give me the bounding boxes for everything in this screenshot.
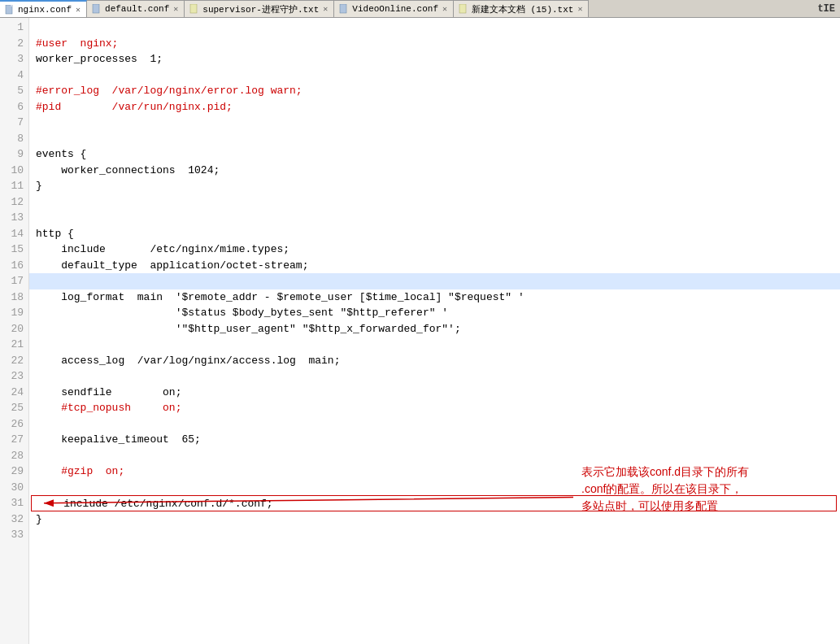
line-number: 20 [0,321,28,337]
tab-videoonline-conf[interactable]: VideoOnline.conf ✕ [334,0,454,17]
code-line [29,337,840,353]
line-number: 25 [0,400,28,416]
file-icon [459,4,468,14]
code-line [29,416,840,433]
line-number: 6 [0,99,28,115]
code-line: keepalive_timeout 65; [29,432,840,448]
file-icon [92,4,102,14]
code-line: #error_log /var/log/nginx/error.log warn… [29,83,840,99]
tab-label: default.conf [105,4,169,14]
code-line: #user nginx; [29,36,840,52]
code-line: http { [29,226,840,242]
code-line: include /etc/nginx/conf.d/*.conf; [31,495,837,511]
tab-close-button[interactable]: ✕ [442,4,448,14]
line-number: 5 [0,83,28,99]
code-line [29,480,840,496]
tab-default-conf[interactable]: default.conf ✕ [87,0,185,17]
tab-label: supervisor-进程守护.txt [202,3,319,15]
code-line: events { [29,146,840,163]
line-numbers: 1234567891011121314151617181920212223242… [0,18,29,644]
line-number: 11 [0,178,28,194]
tab-label: nginx.conf [18,5,72,15]
line-number: 23 [0,368,28,385]
line-number: 7 [0,115,28,131]
line-number: 21 [0,337,28,353]
code-line: default_type application/octet-stream; [29,258,840,274]
line-number: 30 [0,480,28,496]
code-line [29,210,840,226]
svg-rect-2 [93,4,99,13]
tab-close-button[interactable]: ✕ [75,5,81,15]
svg-rect-1 [11,5,12,7]
line-number: 26 [0,416,28,433]
line-number: 31 [0,495,28,511]
code-area[interactable]: #user nginx;worker_processes 1;#error_lo… [29,18,840,644]
code-line: '$status $body_bytes_sent "$http_referer… [29,305,840,321]
line-number: 28 [0,448,28,464]
code-line [29,448,840,464]
svg-rect-3 [190,4,197,13]
tab-close-button[interactable]: ✕ [322,4,329,14]
code-line [29,67,840,84]
line-number: 18 [0,289,28,306]
code-line: include /etc/nginx/mime.types; [29,242,840,258]
tab-new-text[interactable]: 新建文本文档 (15).txt ✕ [454,0,589,17]
code-line: sendfile on; [29,385,840,401]
line-number: 3 [0,51,28,67]
comment-text: #pid /var/run/nginx.pid; [36,101,233,113]
code-line: } [29,178,840,194]
code-line [29,115,840,131]
line-number: 1 [0,20,28,36]
tab-bar: nginx.conf ✕ default.conf ✕ supervisor-进… [0,0,840,18]
line-number: 13 [0,210,28,226]
line-number: 9 [0,146,28,163]
code-line [29,527,840,543]
tab-close-button[interactable]: ✕ [172,4,179,14]
tab-supervisor[interactable]: supervisor-进程守护.txt ✕ [185,0,334,17]
file-icon [339,4,349,14]
code-line: worker_processes 1; [29,51,840,67]
tab-label: VideoOnline.conf [352,4,438,14]
tab-nginx-conf[interactable]: nginx.conf ✕ [0,0,87,17]
code-line: access_log /var/log/nginx/access.log mai… [29,353,840,369]
code-line: #pid /var/run/nginx.pid; [29,99,840,115]
comment-text: #user nginx; [36,37,118,50]
code-line: #gzip on; [29,463,840,480]
code-line [29,368,840,385]
code-line [29,131,840,147]
tab-label: 新建文本文档 (15).txt [472,3,573,15]
line-number: 29 [0,463,28,480]
code-line: } [29,511,840,528]
code-line [29,20,840,36]
tab-close-button[interactable]: ✕ [577,4,583,14]
corner-text: tIE [812,2,840,16]
line-number: 4 [0,67,28,84]
line-number: 17 [0,273,28,289]
editor: 1234567891011121314151617181920212223242… [0,18,840,644]
code-line: #tcp_nopush on; [29,400,840,416]
line-number: 12 [0,194,28,211]
code-line [29,273,840,289]
code-line: '"$http_user_agent" "$http_x_forwarded_f… [29,321,840,337]
line-number: 10 [0,163,28,179]
code-line: log_format main '$remote_addr - $remote_… [29,289,840,306]
file-icon [5,5,15,15]
line-number: 32 [0,511,28,528]
line-number: 15 [0,242,28,258]
code-line: worker_connections 1024; [29,163,840,179]
line-number: 16 [0,258,28,274]
file-icon [189,4,199,14]
line-number: 14 [0,226,28,242]
line-number: 24 [0,385,28,401]
line-number: 27 [0,432,28,448]
comment-text: #tcp_nopush on; [36,402,181,414]
line-number: 19 [0,305,28,321]
code-line [29,194,840,211]
comment-text: #gzip on; [36,465,124,477]
svg-rect-5 [459,4,466,13]
code-text: include /etc/nginx/conf.d/*.conf; [38,498,273,510]
line-number: 22 [0,353,28,369]
line-number: 8 [0,131,28,147]
line-number: 33 [0,527,28,543]
svg-rect-4 [340,4,346,13]
